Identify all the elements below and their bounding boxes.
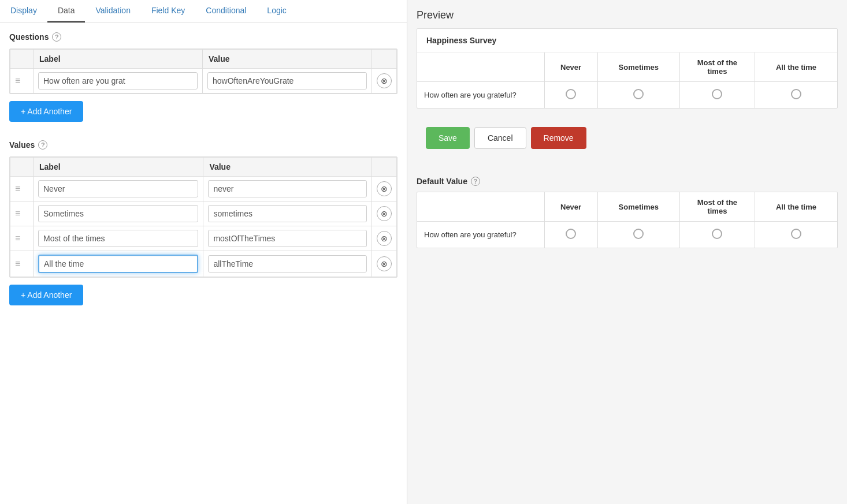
value-row: ≡ ⊗ (10, 226, 397, 251)
default-radio-most[interactable] (712, 229, 722, 239)
default-radio-all[interactable] (791, 229, 801, 239)
radio-most[interactable] (712, 89, 722, 99)
preview-row: How often are you grateful? (417, 82, 837, 109)
value-value-input[interactable] (208, 255, 367, 272)
values-section: Values ? Label Value ≡ (0, 131, 407, 315)
value-row: ≡ ⊗ (10, 251, 397, 277)
default-value-table: Never Sometimes Most of the times All th… (417, 192, 837, 248)
values-action-header (372, 158, 397, 177)
drag-icon: ≡ (15, 208, 20, 218)
default-radio-never[interactable] (544, 222, 597, 248)
value-label-input[interactable] (38, 230, 198, 247)
default-radio-all[interactable] (755, 222, 837, 248)
default-value-help-icon[interactable]: ? (471, 177, 480, 186)
drag-icon: ≡ (15, 233, 20, 243)
action-buttons: Save Cancel Remove (417, 118, 838, 158)
questions-value-header: Value (203, 50, 372, 69)
tab-field-key[interactable]: Field Key (141, 0, 195, 23)
values-drag-header (10, 158, 34, 177)
value-label-cell (34, 251, 203, 277)
value-value-input[interactable] (208, 205, 367, 222)
values-title: Values ? (9, 140, 398, 150)
preview-section: Preview Happiness Survey Never Sometimes… (407, 0, 847, 167)
value-value-input[interactable] (208, 180, 367, 197)
tab-validation[interactable]: Validation (85, 0, 140, 23)
questions-action-header (372, 50, 397, 69)
tab-conditional[interactable]: Conditional (195, 0, 257, 23)
value-remove-button[interactable]: ⊗ (377, 231, 392, 246)
value-remove-cell: ⊗ (372, 177, 397, 201)
preview-col-question (417, 53, 544, 82)
question-value-input[interactable] (207, 72, 367, 89)
value-value-cell (203, 177, 372, 201)
save-button[interactable]: Save (426, 127, 470, 149)
values-value-header: Value (203, 158, 372, 177)
question-row: ≡ ⊗ (10, 69, 397, 94)
default-value-title: Default Value ? (417, 167, 838, 186)
default-col-most: Most of the times (679, 192, 755, 222)
value-label-input[interactable] (38, 255, 198, 273)
preview-radio-never[interactable] (544, 82, 597, 109)
value-value-cell (203, 201, 372, 226)
values-add-another-button[interactable]: + Add Another (9, 285, 83, 305)
questions-label-header: Label (34, 50, 203, 69)
question-drag-handle[interactable]: ≡ (10, 69, 34, 94)
preview-title: Preview (417, 9, 838, 21)
default-radio-most[interactable] (679, 222, 755, 248)
drag-icon: ≡ (15, 76, 20, 85)
preview-card: Happiness Survey Never Sometimes Most of… (417, 28, 838, 109)
default-col-sometimes: Sometimes (597, 192, 679, 222)
question-value-cell (203, 69, 372, 94)
preview-col-never: Never (544, 53, 597, 82)
preview-radio-sometimes[interactable] (597, 82, 679, 109)
questions-section: Questions ? Label Value ≡ (0, 23, 407, 131)
value-drag-handle[interactable]: ≡ (10, 251, 34, 277)
value-remove-button[interactable]: ⊗ (377, 181, 392, 196)
value-remove-button[interactable]: ⊗ (377, 256, 392, 271)
value-value-input[interactable] (208, 230, 367, 247)
preview-radio-most[interactable] (679, 82, 755, 109)
value-label-input[interactable] (38, 180, 198, 197)
value-remove-cell: ⊗ (372, 201, 397, 226)
values-table-wrapper: Label Value ≡ ⊗ ≡ (9, 156, 398, 278)
value-drag-handle[interactable]: ≡ (10, 177, 34, 201)
radio-all[interactable] (791, 89, 801, 99)
default-col-never: Never (544, 192, 597, 222)
default-radio-sometimes[interactable] (633, 229, 644, 239)
preview-col-most: Most of the times (679, 53, 755, 82)
preview-col-all: All the time (755, 53, 837, 82)
default-radio-sometimes[interactable] (597, 222, 679, 248)
preview-radio-all[interactable] (755, 82, 837, 109)
tab-data[interactable]: Data (47, 0, 86, 23)
value-drag-handle[interactable]: ≡ (10, 201, 34, 226)
default-radio-never[interactable] (566, 229, 576, 239)
value-label-input[interactable] (38, 205, 198, 222)
radio-never[interactable] (566, 89, 576, 99)
value-row: ≡ ⊗ (10, 201, 397, 226)
default-col-all: All the time (755, 192, 837, 222)
radio-sometimes[interactable] (633, 89, 644, 99)
value-remove-cell: ⊗ (372, 251, 397, 277)
question-label-input[interactable] (38, 72, 198, 89)
question-remove-button[interactable]: ⊗ (377, 73, 392, 88)
questions-add-another-button[interactable]: + Add Another (9, 101, 83, 122)
value-remove-cell: ⊗ (372, 226, 397, 251)
default-value-row: How often are you grateful? (417, 222, 837, 248)
values-label-header: Label (34, 158, 203, 177)
remove-button[interactable]: Remove (531, 127, 586, 149)
values-help-icon[interactable]: ? (38, 140, 47, 150)
questions-help-icon[interactable]: ? (52, 32, 61, 42)
tab-logic[interactable]: Logic (257, 0, 296, 23)
tab-bar: Display Data Validation Field Key Condit… (0, 0, 407, 23)
value-label-cell (34, 226, 203, 251)
value-drag-handle[interactable]: ≡ (10, 226, 34, 251)
default-question-cell: How often are you grateful? (417, 222, 544, 248)
preview-col-sometimes: Sometimes (597, 53, 679, 82)
preview-question-cell: How often are you grateful? (417, 82, 544, 109)
default-col-question (417, 192, 544, 222)
drag-icon: ≡ (15, 184, 20, 193)
value-value-cell (203, 226, 372, 251)
cancel-button[interactable]: Cancel (474, 127, 526, 149)
value-remove-button[interactable]: ⊗ (377, 206, 392, 221)
tab-display[interactable]: Display (0, 0, 47, 23)
